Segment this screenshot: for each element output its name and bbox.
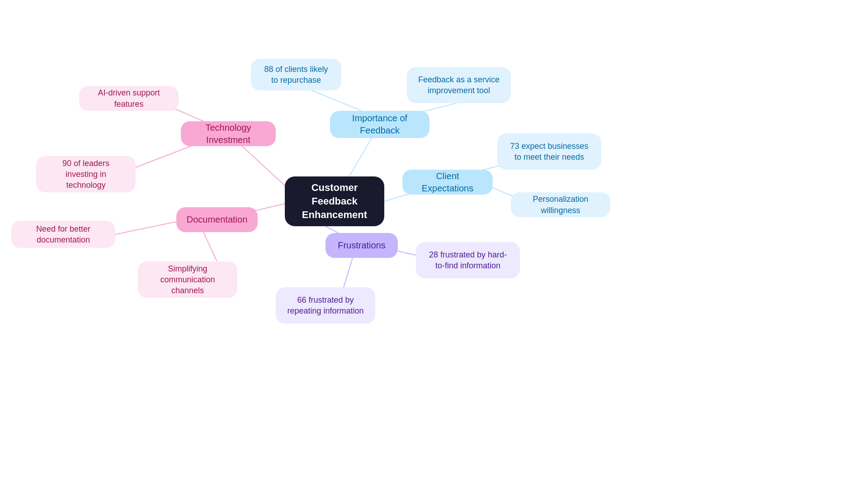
node-simplifying-channels: Simplifying communication channels (138, 262, 237, 298)
node-clients-repurchase: 88 of clients likely to repurchase (251, 59, 341, 90)
node-documentation: Documentation (176, 207, 258, 232)
node-feedback-tool: Feedback as a service improvement tool (407, 67, 511, 103)
svg-line-13 (344, 258, 353, 287)
node-label-feedback-tool: Feedback as a service improvement tool (417, 74, 501, 96)
node-label-documentation: Documentation (187, 214, 248, 226)
node-label-expect-businesses: 73 expect businesses to meet their needs (507, 141, 591, 163)
node-technology-investment: Technology Investment (181, 121, 276, 146)
svg-line-11 (203, 232, 217, 262)
node-label-personalization: Personalization willingness (521, 194, 600, 216)
node-label-clients-repurchase: 88 of clients likely to repurchase (261, 64, 331, 86)
node-label-simplifying-channels: Simplifying communication channels (148, 263, 227, 296)
node-label-client-expectations: Client Expectations (412, 170, 483, 195)
node-label-hard-to-find: 28 frustrated by hard-to-find informatio… (426, 249, 510, 271)
node-personalization: Personalization willingness (511, 192, 610, 217)
node-leaders-investing: 90 of leaders investing in technology (36, 156, 136, 192)
node-label-better-documentation: Need for better documentation (21, 224, 105, 246)
node-label-frustrations: Frustrations (338, 239, 386, 252)
node-repeating-info: 66 frustrated by repeating information (276, 287, 375, 323)
node-frustrations: Frustrations (326, 233, 398, 258)
node-client-expectations: Client Expectations (402, 170, 493, 195)
svg-line-1 (312, 90, 362, 111)
svg-line-8 (136, 145, 194, 167)
node-label-technology-investment: Technology Investment (191, 122, 266, 146)
node-better-documentation: Need for better documentation (11, 221, 115, 248)
node-ai-driven: AI-driven support features (79, 86, 179, 111)
node-label-ai-driven: AI-driven support features (89, 87, 169, 109)
svg-line-10 (115, 222, 176, 234)
node-hard-to-find: 28 frustrated by hard-to-find informatio… (416, 242, 520, 278)
node-importance-feedback: Importance of Feedback (330, 111, 429, 138)
node-label-importance-feedback: Importance of Feedback (340, 112, 420, 137)
node-expect-businesses: 73 expect businesses to meet their needs (497, 133, 601, 170)
node-label-repeating-info: 66 frustrated by repeating information (286, 295, 365, 317)
center-node: Customer Feedback Enhancement (285, 176, 384, 226)
node-label-leaders-investing: 90 of leaders investing in technology (46, 158, 126, 191)
center-label: Customer Feedback Enhancement (295, 181, 374, 221)
